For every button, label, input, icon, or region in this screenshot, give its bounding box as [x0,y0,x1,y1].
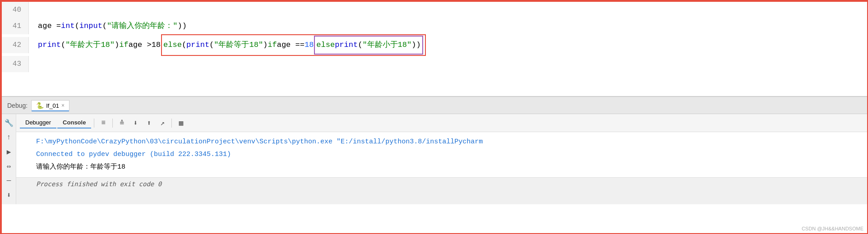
code-text: ( [75,18,79,34]
toolbar-menu-icon[interactable]: ≡ [97,117,110,129]
code-text: ( [209,37,214,53]
code-line-43: 43 [2,56,868,72]
code-text: )) [411,37,420,53]
console-text-1: F:\myPythonCode\CrazyPython\03\circulati… [34,136,868,148]
toolbar-step-into-icon[interactable]: ⬇ [129,117,142,129]
highlight-purple-box: else print ( "年龄小于18" )) [314,36,423,55]
toolbar-table-icon[interactable]: ▦ [175,117,187,129]
debug-toolbar: Debugger Console ≡ ≙ ⬇ ⬆ ↗ ▦ [16,114,868,132]
debug-main: Debugger Console ≡ ≙ ⬇ ⬆ ↗ ▦ F:\ [16,114,868,204]
code-editor: 40 41 age = int ( input ( "请输入你的年龄：" )) … [2,2,868,96]
line-content-41: age = int ( input ( "请输入你的年龄：" )) [29,18,187,34]
debug-header: Debug: 🐍 If_01 × [2,97,868,114]
code-text: ) [263,37,268,53]
code-text: "请输入你的年龄：" [107,18,177,34]
code-text: else [163,37,182,53]
download-icon[interactable]: ⬇ [4,190,14,201]
toolbar-separator-2 [112,119,113,128]
console-output: F:\myPythonCode\CrazyPython\03\circulati… [16,132,868,177]
debug-content-row: 🔧 ↑ ▶ ⇔ — ⬇ Debugger Console ≡ ≙ ⬇ ⬆ [2,114,868,204]
code-text: else [316,37,335,53]
console-text-2: Connected to pydev debugger (build 222.3… [34,148,868,161]
code-text: if [119,37,128,53]
code-text: )) [177,18,186,34]
toolbar-run-cursor-icon[interactable]: ↗ [156,117,169,129]
highlight-red-box: else ( print ( "年龄等于18" ) if age == 18 e… [161,34,426,56]
code-text: ( [358,37,362,53]
code-text: int [61,18,75,34]
tab-filename: If_01 [46,102,59,109]
code-text: print [335,37,358,53]
python-icon: 🐍 [36,102,44,109]
code-text: print [38,37,61,53]
watermark: CSDN @JH&&HANDSOME [802,226,863,231]
tab-debugger[interactable]: Debugger [20,117,56,128]
code-text: age >18 [129,37,161,53]
console-text-4: Process finished with exit code 0 [36,180,162,188]
line-number-41: 41 [2,18,29,34]
arrow-up-icon[interactable]: ↑ [4,132,14,143]
debug-file-tab[interactable]: 🐍 If_01 × [31,100,69,110]
tab-close-button[interactable]: × [61,102,65,109]
toolbar-step-over-icon[interactable]: ≙ [115,117,128,129]
toolbar-separator-1 [94,119,94,128]
console-line-3: 请输入你的年龄：年龄等于18 [16,161,868,174]
wrench-icon[interactable]: 🔧 [4,118,14,128]
code-text: ( [182,37,186,53]
toolbar-separator-3 [171,119,172,128]
console-line-2: Connected to pydev debugger (build 222.3… [16,148,868,161]
code-text: ) [115,37,119,53]
code-text: print [186,37,209,53]
console-text-3: 请输入你的年龄：年龄等于18 [34,161,868,174]
code-text: age == [277,37,305,53]
code-line-40: 40 [2,2,868,18]
line-content-42: print ( "年龄大于18" ) if age >18 else ( pri… [29,34,426,56]
stop-icon[interactable]: — [4,175,14,186]
code-text: input [79,18,102,34]
tab-console[interactable]: Console [57,117,91,128]
code-line-41: 41 age = int ( input ( "请输入你的年龄：" )) [2,18,868,34]
code-text: "年龄小于18" [362,37,411,53]
line-number-40: 40 [2,2,29,18]
code-text: "年龄等于18" [214,37,263,53]
toolbar-step-out-icon[interactable]: ⬆ [143,117,155,129]
code-text: ( [102,18,107,34]
code-text: 18 [305,37,314,53]
code-line-42: 42 print ( "年龄大于18" ) if age >18 else ( … [2,34,868,56]
console-bottom-line: Process finished with exit code 0 [16,177,868,190]
debug-panel: Debug: 🐍 If_01 × 🔧 ↑ ▶ ⇔ — ⬇ D [2,96,868,204]
console-line-1: F:\myPythonCode\CrazyPython\03\circulati… [16,136,868,148]
code-text: if [268,37,277,53]
line-number-42: 42 [2,37,29,53]
line-number-43: 43 [2,56,29,72]
debug-label: Debug: [7,102,28,109]
side-icon-panel: 🔧 ↑ ▶ ⇔ — ⬇ [2,114,16,204]
swap-icon[interactable]: ⇔ [4,161,14,172]
code-text: age = [38,18,61,34]
code-text: "年龄大于18" [65,37,115,53]
play-icon[interactable]: ▶ [4,147,14,157]
code-text: ( [61,37,65,53]
